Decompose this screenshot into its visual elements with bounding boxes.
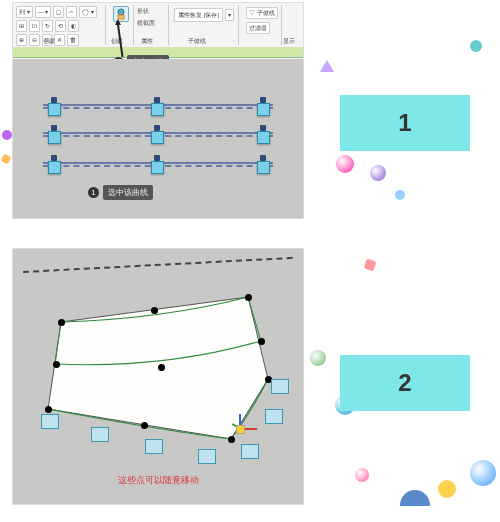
gizmo-box: [198, 449, 216, 464]
ribbon-icon[interactable]: ⊖: [29, 34, 40, 46]
loft-surface: [13, 249, 303, 504]
control-point[interactable]: [45, 406, 52, 413]
ribbon-icon[interactable]: ✕: [54, 34, 65, 46]
ribbon-button[interactable]: 过滤器: [246, 22, 270, 34]
ribbon-group-label: 创建: [43, 37, 55, 46]
ribbon-group-label: 形状: [137, 7, 149, 16]
gizmo-box: [271, 379, 289, 394]
ribbon-separator: [105, 5, 106, 45]
ribbon-icon[interactable]: 列 ▾: [16, 6, 33, 18]
step-label-2-text: 2: [398, 369, 411, 397]
gizmo-box: [91, 427, 109, 442]
ribbon-group-label: 子健线: [188, 37, 206, 46]
control-point[interactable]: [151, 307, 158, 314]
control-point[interactable]: [141, 422, 148, 429]
ribbon-dropdown-label: 属性恢复 [保存]: [174, 8, 223, 22]
ribbon-toolbar: 列 ▾— ▾◻⤺◯ ▾ ⊞⊡↻⟲◐ ⊕⊖≡✕🗑 创建 创建 形状 横截面 属性 …: [13, 3, 303, 48]
ribbon-group-label: 横截面: [137, 19, 155, 28]
spline-handle[interactable]: [48, 161, 61, 174]
spline-handle[interactable]: [151, 103, 164, 116]
ribbon-icon[interactable]: ⊞: [16, 20, 27, 32]
spline-handle[interactable]: [48, 103, 61, 116]
control-point[interactable]: [245, 294, 252, 301]
viewport-ortho[interactable]: 1 选中该曲线: [13, 59, 303, 218]
svg-point-0: [118, 9, 124, 15]
control-point[interactable]: [158, 364, 165, 371]
gizmo-box: [265, 409, 283, 424]
spline-handle[interactable]: [257, 131, 270, 144]
screenshot-1: 列 ▾— ▾◻⤺◯ ▾ ⊞⊡↻⟲◐ ⊕⊖≡✕🗑 创建 创建 形状 横截面 属性 …: [12, 2, 304, 219]
ribbon-icon[interactable]: ⊡: [29, 20, 40, 32]
gizmo-box: [145, 439, 163, 454]
viewport-perspective[interactable]: 这些点可以随意移动: [13, 249, 303, 504]
control-point[interactable]: [258, 338, 265, 345]
ribbon-group-label: 显示: [283, 37, 295, 46]
ribbon-icon[interactable]: ↻: [42, 20, 53, 32]
ribbon-dropdown[interactable]: 属性恢复 [保存]▾: [173, 7, 235, 23]
ribbon-group-label: 属性: [141, 37, 153, 46]
ribbon-icon[interactable]: — ▾: [35, 6, 52, 18]
gizmo-box: [41, 414, 59, 429]
callout-badge-1: 1: [88, 187, 99, 198]
callout-tooltip-1: 选中该曲线: [103, 185, 153, 200]
ribbon-icon[interactable]: ◯ ▾: [79, 6, 97, 18]
step-label-2: 2: [340, 355, 470, 411]
step-label-1-text: 1: [398, 109, 411, 137]
ribbon-button[interactable]: ▽ 子健线: [246, 7, 278, 19]
step-label-1: 1: [340, 95, 470, 151]
ribbon-icon[interactable]: ⊕: [16, 34, 27, 46]
spline-handle[interactable]: [48, 131, 61, 144]
control-point[interactable]: [58, 319, 65, 326]
spline-handle[interactable]: [257, 161, 270, 174]
move-gizmo[interactable]: [225, 414, 255, 444]
ribbon-icon[interactable]: ◐: [68, 20, 79, 32]
gizmo-box: [241, 444, 259, 459]
spline-handle[interactable]: [151, 161, 164, 174]
spline-handle[interactable]: [151, 131, 164, 144]
annotation-caption: 这些点可以随意移动: [118, 474, 199, 487]
ribbon-icon[interactable]: ◻: [53, 6, 64, 18]
ribbon-icon[interactable]: ⟲: [55, 20, 66, 32]
control-point[interactable]: [53, 361, 60, 368]
ribbon-icon[interactable]: 🗑: [67, 34, 79, 46]
ribbon-icon[interactable]: ⤺: [66, 6, 77, 18]
screenshot-2: 这些点可以随意移动: [12, 248, 304, 505]
spline-handle[interactable]: [257, 103, 270, 116]
